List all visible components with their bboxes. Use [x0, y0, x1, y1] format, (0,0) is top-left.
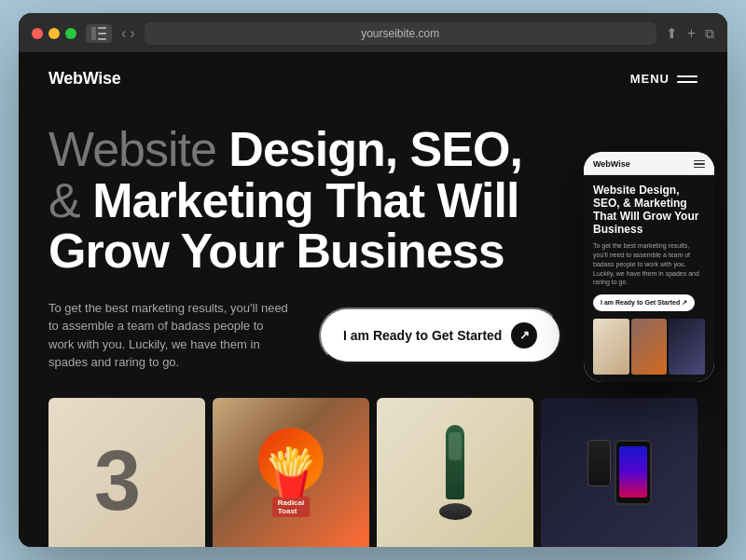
- hero-title-website: Website: [48, 122, 228, 176]
- forward-arrow[interactable]: ›: [130, 25, 134, 42]
- nav-arrows: ‹ ›: [121, 25, 135, 42]
- image-strip: 3 HIPHIP! RadicalToast: [48, 398, 698, 547]
- phone-logo: WebWise: [593, 159, 630, 169]
- site-nav: WebWise MENU: [19, 52, 727, 105]
- phone-mockup: WebWise Website Design, SEO, & Marketing…: [584, 152, 714, 382]
- svg-rect-0: [91, 27, 96, 40]
- browser-window: ‹ › yourseibite.com ⬆ + ⧉ WebWise MENU: [19, 13, 727, 547]
- website-content: WebWise MENU Website Design, SEO, & Mark…: [19, 52, 727, 547]
- phone-ham-line-3: [694, 167, 705, 169]
- browser-actions: ⬆ + ⧉: [666, 25, 714, 42]
- hero-section: Website Design, SEO, & Marketing That Wi…: [19, 105, 727, 547]
- hero-title-amp: &: [48, 173, 92, 227]
- ham-line-1: [677, 75, 698, 77]
- sidebar-toggle-button[interactable]: [86, 24, 112, 43]
- phone-cta-button[interactable]: I am Ready to Get Started ↗: [593, 294, 695, 311]
- cta-button[interactable]: I am Ready to Get Started ↗: [319, 307, 561, 363]
- minimize-button[interactable]: [48, 28, 60, 39]
- hero-image-2: HIPHIP! RadicalToast: [213, 398, 369, 547]
- back-arrow[interactable]: ‹: [121, 25, 126, 42]
- site-logo: WebWise: [48, 69, 120, 89]
- close-button[interactable]: [32, 28, 43, 39]
- cta-arrow-icon: ↗: [511, 322, 537, 348]
- phone-title: Website Design, SEO, & Marketing That Wi…: [593, 184, 705, 236]
- phone-hamburger-icon: [694, 160, 705, 169]
- url-text: yourseibite.com: [361, 27, 439, 40]
- hero-title-design: Design, SEO,: [228, 122, 522, 176]
- hamburger-icon: [677, 75, 698, 83]
- phone-cta-label: I am Ready to Get Started ↗: [601, 299, 687, 307]
- svg-rect-3: [98, 38, 106, 40]
- duplicate-icon[interactable]: ⧉: [705, 26, 714, 42]
- phone-hero: Website Design, SEO, & Marketing That Wi…: [584, 175, 714, 382]
- hero-description: To get the best marketing results, you'l…: [48, 299, 291, 372]
- ham-line-2: [677, 81, 698, 83]
- menu-label: MENU: [630, 72, 670, 86]
- maximize-button[interactable]: [65, 28, 76, 39]
- menu-button[interactable]: MENU: [630, 72, 698, 86]
- new-tab-icon[interactable]: +: [687, 25, 696, 42]
- phone-image-2: [631, 319, 668, 375]
- svg-rect-1: [98, 27, 106, 29]
- svg-text:3: 3: [94, 434, 141, 527]
- cta-label: I am Ready to Get Started: [343, 328, 502, 343]
- hero-image-1: 3: [48, 398, 205, 547]
- phone-ham-line-1: [694, 160, 705, 162]
- hero-image-3: [377, 398, 533, 547]
- phone-image-3: [669, 319, 705, 375]
- phone-ham-line-2: [694, 163, 705, 165]
- phone-image-1: [593, 319, 629, 375]
- hero-title-grow: Grow Your Business: [48, 224, 504, 278]
- hero-title-marketing: Marketing That Will: [92, 173, 518, 227]
- hero-image-4: [541, 398, 698, 547]
- svg-rect-2: [98, 33, 106, 34]
- phone-nav: WebWise: [584, 152, 714, 175]
- phone-description: To get the best marketing results, you'l…: [593, 241, 705, 287]
- phone-image-strip: [593, 319, 705, 375]
- browser-chrome: ‹ › yourseibite.com ⬆ + ⧉: [19, 13, 727, 52]
- share-icon[interactable]: ⬆: [666, 25, 678, 42]
- hero-title: Website Design, SEO, & Marketing That Wi…: [48, 124, 627, 277]
- address-bar[interactable]: yourseibite.com: [145, 22, 656, 45]
- traffic-lights: [32, 28, 76, 39]
